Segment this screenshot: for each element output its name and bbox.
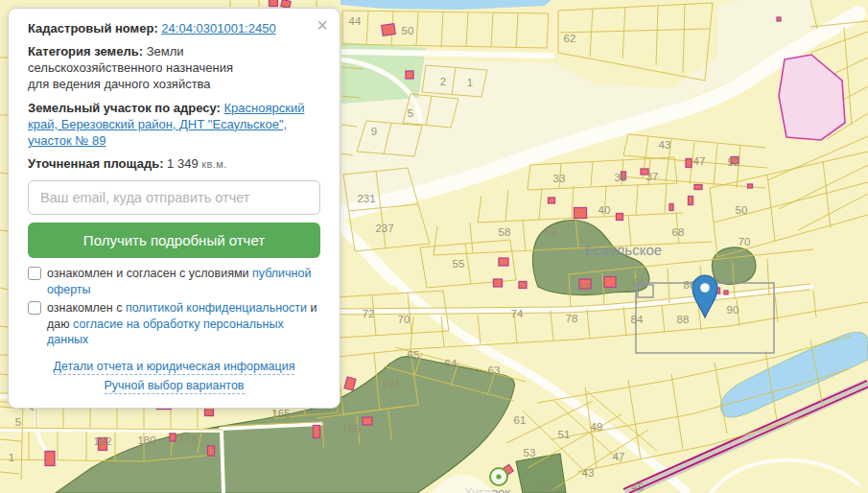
building — [519, 282, 527, 289]
parcel-number: 37 — [646, 171, 659, 182]
building — [694, 185, 702, 190]
parcel-number: 68 — [672, 226, 685, 238]
parcel-number: 72 — [363, 308, 375, 319]
close-icon[interactable]: × — [317, 15, 328, 35]
building — [689, 197, 693, 205]
cadastral-number-row: Кадастровый номер: 24:04:0301001:2450 — [28, 20, 320, 36]
building — [549, 198, 555, 203]
parcel-number: 40 — [598, 204, 611, 216]
offer-checkbox-text: ознакомлен и согласен с условиями — [47, 267, 249, 280]
building — [494, 279, 503, 287]
parcel-number: 50 — [736, 204, 748, 216]
parcel-number: 1 — [467, 77, 473, 88]
manual-selection-link[interactable]: Ручной выбор вариантов — [105, 379, 245, 394]
parcel-number: 5 — [408, 107, 413, 119]
parcel-number: 5 — [15, 416, 21, 428]
building — [724, 291, 728, 294]
parcel-number: 1 — [9, 452, 14, 463]
category-value-2: для ведения дачного хозяйства — [28, 77, 211, 91]
building — [205, 408, 214, 416]
privacy-checkbox-row: ознакомлен с политикой конфиденциальност… — [28, 300, 320, 348]
building — [617, 214, 623, 221]
parcel-number: 2 — [440, 76, 446, 87]
parcel-number: 55 — [453, 258, 465, 270]
area-unit: кв.м. — [201, 158, 226, 170]
parcel-number: 9 — [371, 126, 377, 137]
parcel-number: 84 — [631, 314, 644, 325]
parcel-number: 90 — [727, 304, 739, 316]
parcel-number: 70 — [739, 236, 751, 247]
parcel-number: 64 — [445, 358, 457, 369]
building — [748, 184, 753, 188]
parcel-number: 165 — [271, 408, 290, 419]
building — [499, 258, 508, 266]
cadastral-number-label: Кадастровый номер: — [28, 21, 158, 35]
address-label: Земельный участок по адресу: — [28, 101, 221, 115]
parcel-number: 70 — [398, 314, 411, 325]
offer-checkbox-row: ознакомлен и согласен с условиями публич… — [28, 266, 320, 297]
parcel-number: 47 — [693, 155, 706, 167]
building — [777, 17, 781, 21]
area-label: Уточненная площадь: — [28, 156, 163, 171]
parcel-number: 77 — [577, 282, 590, 293]
category-label: Категория земель: — [28, 44, 143, 59]
category-row: Категория земель: Земли сельскохозяйстве… — [28, 43, 320, 92]
offer-checkbox[interactable] — [28, 267, 41, 280]
privacy-policy-link[interactable]: политикой конфиденциальности — [126, 301, 307, 315]
parcel-number: 78 — [566, 313, 578, 324]
building — [604, 277, 616, 288]
privacy-checkbox[interactable] — [28, 301, 41, 315]
house-logo-icon — [29, 432, 868, 493]
parcel-number: 58 — [499, 226, 511, 238]
parcel-number: 74 — [511, 308, 524, 319]
parcel-number: 62 — [564, 33, 576, 44]
building — [575, 208, 587, 219]
cadastral-info-popup: × Кадастровый номер: 24:04:0301001:2450 … — [8, 8, 340, 409]
parcel-number: 43 — [659, 139, 671, 151]
building — [686, 159, 692, 168]
email-input[interactable] — [28, 180, 320, 215]
parcel-number: 44 — [349, 15, 362, 27]
building — [363, 417, 372, 425]
building — [270, 0, 278, 7]
privacy-checkbox-text: ознакомлен с — [47, 301, 122, 315]
parcel-number: 62 — [546, 225, 558, 237]
area-value: 1 349 — [167, 156, 199, 171]
parcel-number: 88 — [677, 314, 690, 325]
footer-links: Детали отчета и юридическая информация Р… — [28, 357, 320, 395]
report-details-link[interactable]: Детали отчета и юридическая информация — [54, 360, 295, 375]
road — [341, 52, 551, 56]
parcel-number: 231 — [357, 193, 375, 204]
parcel-number: 194 — [381, 379, 400, 390]
address-row: Земельный участок по адресу: Красноярски… — [28, 100, 320, 149]
parcel-number: 35 — [615, 172, 627, 183]
parcel-number: 52 — [728, 156, 740, 168]
building — [669, 204, 673, 211]
parcel-number: 63 — [488, 364, 501, 376]
parcel-number: 61 — [514, 414, 527, 426]
building — [406, 71, 413, 79]
place-label: Есаульское — [585, 242, 662, 258]
area-row: Уточненная площадь: 1 349 кв.м. — [28, 155, 320, 172]
domclick-watermark: Домклик — [29, 432, 868, 493]
personal-data-consent-link[interactable]: согласие на обработку персональных данны… — [47, 317, 284, 347]
building — [382, 24, 395, 36]
parcel-number: 65 — [408, 349, 420, 361]
parcel-number: 237 — [375, 223, 393, 234]
cadastral-number-link[interactable]: 24:04:0301001:2450 — [161, 21, 275, 35]
parcel-number: 50 — [402, 25, 414, 36]
get-report-button[interactable]: Получить подробный отчет — [28, 223, 320, 258]
parcel-number: 33 — [553, 173, 566, 184]
